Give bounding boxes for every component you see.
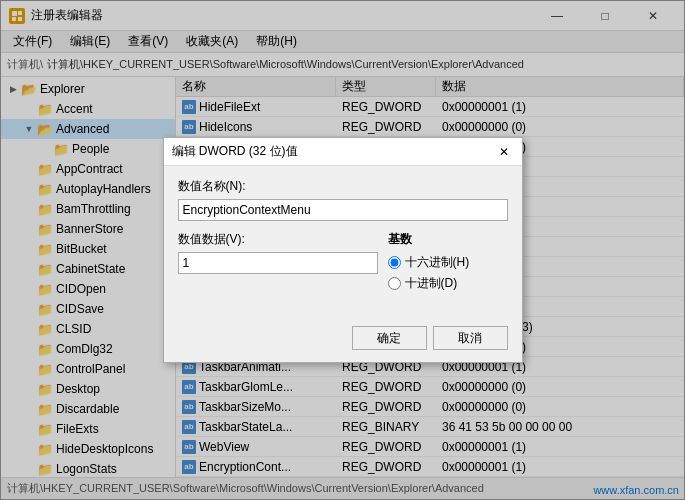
dialog-title-bar: 编辑 DWORD (32 位)值 ✕ (164, 138, 522, 166)
hex-radio-label[interactable]: 十六进制(H) (388, 254, 508, 271)
dec-radio[interactable] (388, 277, 401, 290)
dialog-value-row: 数值数据(V): 基数 十六进制(H) 十进制(D) (178, 231, 508, 296)
ok-button[interactable]: 确定 (352, 326, 427, 350)
value-label: 数值数据(V): (178, 231, 378, 248)
dec-radio-text: 十进制(D) (405, 275, 458, 292)
hex-radio-text: 十六进制(H) (405, 254, 470, 271)
value-input[interactable] (178, 252, 378, 274)
hex-radio[interactable] (388, 256, 401, 269)
cancel-button[interactable]: 取消 (433, 326, 508, 350)
value-column: 数值数据(V): (178, 231, 378, 296)
dialog-footer: 确定 取消 (164, 320, 522, 362)
modal-overlay: 编辑 DWORD (32 位)值 ✕ 数值名称(N): 数值数据(V): 基数 … (0, 0, 685, 500)
radix-column: 基数 十六进制(H) 十进制(D) (388, 231, 508, 296)
dialog-close-button[interactable]: ✕ (494, 142, 514, 162)
dialog-title: 编辑 DWORD (32 位)值 (172, 143, 298, 160)
edit-dword-dialog: 编辑 DWORD (32 位)值 ✕ 数值名称(N): 数值数据(V): 基数 … (163, 137, 523, 363)
name-input[interactable] (178, 199, 508, 221)
dialog-body: 数值名称(N): 数值数据(V): 基数 十六进制(H) 十进制(D) (164, 166, 522, 320)
name-label: 数值名称(N): (178, 178, 508, 195)
dec-radio-label[interactable]: 十进制(D) (388, 275, 508, 292)
radix-label: 基数 (388, 231, 508, 248)
